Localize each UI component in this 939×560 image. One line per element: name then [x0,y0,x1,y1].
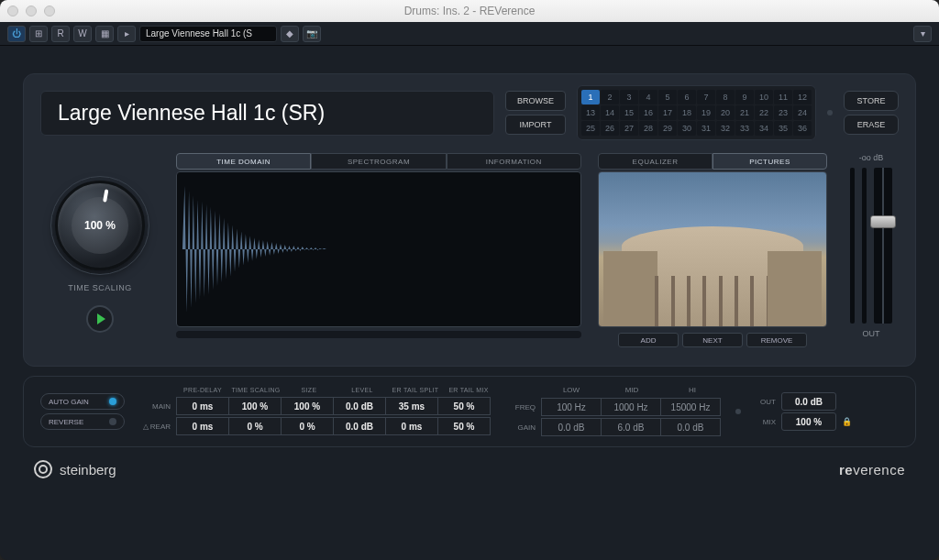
tab-information[interactable]: INFORMATION [447,153,581,170]
preset-slot-36[interactable]: 36 [793,121,812,136]
mix-value[interactable]: 100 % [781,412,836,431]
eq-gain-0[interactable]: 0.0 dB [541,418,602,436]
preset-slot-10[interactable]: 10 [755,90,773,104]
eq-freq-1[interactable]: 1000 Hz [601,398,661,416]
preset-slot-25[interactable]: 25 [581,121,600,136]
toolbar-btn-1[interactable]: ⊞ [29,26,48,42]
param-main-3[interactable]: 0.0 dB [333,397,386,415]
preset-slot-15[interactable]: 15 [620,105,638,120]
mix-lock-icon[interactable]: 🔒 [842,417,851,426]
preset-slot-19[interactable]: 19 [697,105,715,120]
eq-freq-0[interactable]: 100 Hz [541,398,602,416]
param-rear-5[interactable]: 50 % [437,417,491,435]
preset-slot-32[interactable]: 32 [716,121,735,136]
eq-gain-1[interactable]: 6.0 dB [601,418,661,436]
preset-slot-16[interactable]: 16 [639,105,657,120]
browse-button[interactable]: BROWSE [505,91,566,111]
play-icon [97,313,105,324]
preset-slot-35[interactable]: 35 [774,121,792,136]
bypass-button[interactable]: ⏻ [7,26,26,42]
write-automation-button[interactable]: W [73,26,92,42]
waveform-display [176,171,581,327]
param-header-4: ER TAIL SPLIT [389,387,442,393]
plugin-toolbar: ⏻ ⊞ R W ▦ ▸ Large Viennese Hall 1c (S ◆ … [0,22,939,46]
preset-slot-34[interactable]: 34 [755,121,773,136]
toolbar-btn-4[interactable]: ▸ [117,26,136,42]
param-rear-2[interactable]: 0 % [281,417,334,435]
toolbar-menu-icon[interactable]: ▾ [913,26,932,42]
preset-selector[interactable]: Large Viennese Hall 1c (S [139,26,277,42]
picture-remove-button[interactable]: REMOVE [746,333,807,347]
preset-slot-6[interactable]: 6 [678,90,696,104]
preset-slot-18[interactable]: 18 [678,105,696,120]
preset-slot-28[interactable]: 28 [639,121,657,136]
tab-time-domain[interactable]: TIME DOMAIN [176,153,311,170]
preset-slot-20[interactable]: 20 [716,105,735,120]
preset-slot-2[interactable]: 2 [601,90,619,104]
picture-add-button[interactable]: ADD [618,333,679,347]
store-erase-group: STORE ERASE [844,91,899,135]
preset-slot-21[interactable]: 21 [735,105,754,120]
preset-slot-22[interactable]: 22 [755,105,773,120]
preset-slot-17[interactable]: 17 [658,105,677,120]
preset-slot-9[interactable]: 9 [735,90,754,104]
output-label: OUT [863,329,880,338]
preset-slot-12[interactable]: 12 [793,90,812,104]
preset-slot-24[interactable]: 24 [793,105,812,120]
toolbar-btn-ab[interactable]: ▦ [95,26,114,42]
tab-pictures[interactable]: PICTURES [713,153,827,170]
preset-slot-5[interactable]: 5 [658,90,677,104]
freq-label: FREQ [508,403,541,412]
out-row: OUT 0.0 dB [754,392,851,411]
preset-slot-23[interactable]: 23 [774,105,792,120]
eq-header-2: HI [662,386,723,394]
param-main-5[interactable]: 50 % [437,397,491,415]
erase-button[interactable]: ERASE [844,115,899,135]
preset-slot-1[interactable]: 1 [581,90,600,104]
tab-spectrogram[interactable]: SPECTROGRAM [311,153,446,170]
picture-next-button[interactable]: NEXT [682,333,743,347]
mix-row: MIX 100 % 🔒 [754,412,851,431]
preset-slot-26[interactable]: 26 [601,121,619,136]
param-rear-0[interactable]: 0 ms [176,417,229,435]
preset-slot-3[interactable]: 3 [620,90,638,104]
preset-slot-33[interactable]: 33 [735,121,754,136]
param-main-2[interactable]: 100 % [281,397,334,415]
param-rear-3[interactable]: 0.0 dB [333,417,386,435]
param-main-4[interactable]: 35 ms [385,397,438,415]
preset-slot-31[interactable]: 31 [697,121,715,136]
preset-slot-29[interactable]: 29 [658,121,677,136]
eq-gain-2[interactable]: 0.0 dB [660,418,721,436]
eq-freq-2[interactable]: 15000 Hz [660,398,721,416]
param-main-1[interactable]: 100 % [228,397,282,415]
location-picture [598,171,827,327]
reverse-toggle[interactable]: REVERSE [40,413,125,430]
product-logo: reverence [839,462,905,478]
preset-slot-7[interactable]: 7 [697,90,715,104]
eq-row-freq: FREQ 100 Hz1000 Hz15000 Hz [508,397,723,417]
preset-slot-13[interactable]: 13 [581,105,600,120]
param-main-0[interactable]: 0 ms [176,397,229,415]
preset-slot-8[interactable]: 8 [716,90,735,104]
preset-slot-4[interactable]: 4 [639,90,657,104]
waveform-scrollbar[interactable] [176,331,581,338]
snapshot-icon[interactable]: 📷 [303,26,321,42]
read-automation-button[interactable]: R [51,26,70,42]
parameter-table: PRE-DELAYTIME SCALINGSIZELEVELER TAIL SP… [138,387,495,436]
import-button[interactable]: IMPORT [505,115,566,135]
preset-slot-14[interactable]: 14 [601,105,619,120]
tab-equalizer[interactable]: EQUALIZER [598,153,713,170]
time-scaling-knob[interactable]: 100 % [55,181,145,270]
param-rear-4[interactable]: 0 ms [385,417,438,435]
preset-menu-icon[interactable]: ◆ [281,26,299,42]
output-fader[interactable] [874,168,892,324]
preset-slot-11[interactable]: 11 [774,90,792,104]
preset-slot-30[interactable]: 30 [678,121,696,136]
store-button[interactable]: STORE [844,91,899,111]
out-value[interactable]: 0.0 dB [781,392,836,411]
param-rear-1[interactable]: 0 % [228,417,282,435]
fader-handle[interactable] [870,215,896,228]
auto-gain-toggle[interactable]: AUTO GAIN [40,393,125,410]
preset-slot-27[interactable]: 27 [620,121,638,136]
play-button[interactable] [86,305,114,333]
